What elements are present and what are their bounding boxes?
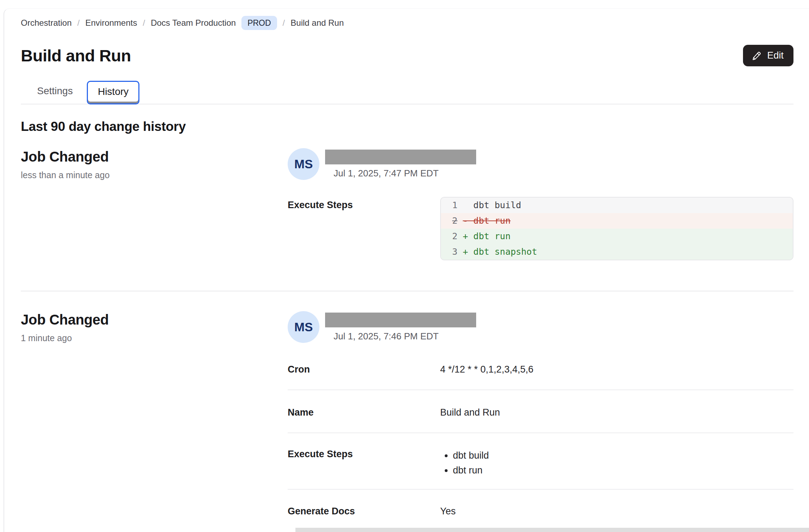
diff-line-added: 2 + dbt run	[441, 229, 793, 244]
field-row-name: Name Build and Run	[288, 389, 793, 433]
entry-divider	[21, 291, 793, 291]
history-entry: Job Changed less than a minute ago MS Ju…	[21, 148, 793, 260]
diff-line-number: 3	[441, 244, 458, 260]
history-entry: Job Changed 1 minute ago MS Jul 1, 2025,…	[21, 311, 793, 531]
tab-bar: Settings History	[21, 80, 793, 104]
horizontal-scrollbar[interactable]	[295, 528, 809, 532]
field-label: Name	[288, 406, 440, 418]
breadcrumb-separator: /	[143, 16, 145, 30]
entry-detail: MS Jul 1, 2025, 7:46 PM EDT Cron 4 */12 …	[288, 311, 793, 531]
entry-timestamp: Jul 1, 2025, 7:46 PM EDT	[334, 331, 476, 342]
breadcrumb-environments[interactable]: Environments	[85, 16, 137, 30]
history-section-heading: Last 90 day change history	[21, 119, 793, 135]
entry-event-title: Job Changed	[21, 311, 288, 328]
avatar: MS	[288, 148, 319, 180]
redacted-user-name	[325, 150, 476, 164]
diff-line-text: - dbt run	[458, 213, 510, 229]
field-label: Execute Steps	[288, 199, 440, 211]
diff-line-text: + dbt snapshot	[458, 244, 537, 260]
entry-relative-time: less than a minute ago	[21, 170, 288, 180]
redacted-user-name	[325, 313, 476, 327]
field-row-generate-docs: Generate Docs Yes	[288, 489, 793, 531]
diff-line-number: 2	[441, 213, 458, 229]
edit-button-label: Edit	[767, 50, 784, 61]
field-row-cron: Cron 4 */12 * * 0,1,2,3,4,5,6	[288, 343, 793, 389]
change-row-execute-steps: Execute Steps 1 dbt build 2 - dbt run 2 …	[288, 199, 793, 260]
job-fields-list: Cron 4 */12 * * 0,1,2,3,4,5,6 Name Build…	[288, 343, 793, 531]
breadcrumb-orchestration[interactable]: Orchestration	[21, 16, 72, 30]
field-label: Generate Docs	[288, 505, 440, 517]
diff-line-number: 2	[441, 229, 458, 244]
diff-line-added: 3 + dbt snapshot	[441, 244, 793, 260]
entry-user-info: Jul 1, 2025, 7:46 PM EDT	[325, 311, 476, 342]
page-title: Build and Run	[21, 45, 131, 66]
entry-user-header: MS Jul 1, 2025, 7:47 PM EDT	[288, 148, 793, 180]
breadcrumb-environment-name[interactable]: Docs Team Production	[151, 16, 236, 30]
tab-settings[interactable]: Settings	[26, 80, 83, 104]
field-row-execute-steps: Execute Steps dbt build dbt run	[288, 433, 793, 489]
breadcrumb: Orchestration / Environments / Docs Team…	[21, 16, 793, 30]
field-value: Build and Run	[440, 406, 793, 418]
pencil-icon	[751, 50, 762, 61]
tab-history[interactable]: History	[87, 81, 139, 104]
field-value: 4 */12 * * 0,1,2,3,4,5,6	[440, 363, 793, 375]
env-prod-badge: PROD	[241, 16, 277, 30]
entry-event-title: Job Changed	[21, 148, 288, 165]
page-header: Build and Run Edit	[21, 45, 793, 66]
diff-line-removed: 2 - dbt run	[441, 213, 793, 229]
diff-line-text: dbt build	[458, 198, 521, 213]
entry-summary: Job Changed 1 minute ago	[21, 311, 288, 343]
entry-detail: MS Jul 1, 2025, 7:47 PM EDT Execute Step…	[288, 148, 793, 260]
execute-steps-diff: 1 dbt build 2 - dbt run 2 + dbt run 3 + …	[440, 197, 793, 260]
edit-button[interactable]: Edit	[743, 45, 793, 66]
diff-line-number: 1	[441, 198, 458, 213]
breadcrumb-separator: /	[77, 16, 80, 30]
diff-line-text: + dbt run	[458, 229, 510, 244]
breadcrumb-current-page: Build and Run	[290, 16, 344, 30]
execute-step-item: dbt build	[453, 448, 793, 463]
entry-user-header: MS Jul 1, 2025, 7:46 PM EDT	[288, 311, 793, 343]
main-content-panel: Orchestration / Environments / Docs Team…	[4, 8, 809, 532]
entry-relative-time: 1 minute ago	[21, 333, 288, 343]
entry-timestamp: Jul 1, 2025, 7:47 PM EDT	[334, 168, 476, 179]
entry-user-info: Jul 1, 2025, 7:47 PM EDT	[325, 148, 476, 179]
field-value: Yes	[440, 505, 793, 517]
entry-summary: Job Changed less than a minute ago	[21, 148, 288, 180]
diff-line-context: 1 dbt build	[441, 198, 793, 213]
field-value-list: dbt build dbt run	[440, 448, 793, 478]
execute-step-item: dbt run	[453, 463, 793, 478]
breadcrumb-separator: /	[283, 16, 285, 30]
field-label: Execute Steps	[288, 448, 440, 460]
avatar: MS	[288, 311, 319, 343]
field-label: Cron	[288, 363, 440, 375]
